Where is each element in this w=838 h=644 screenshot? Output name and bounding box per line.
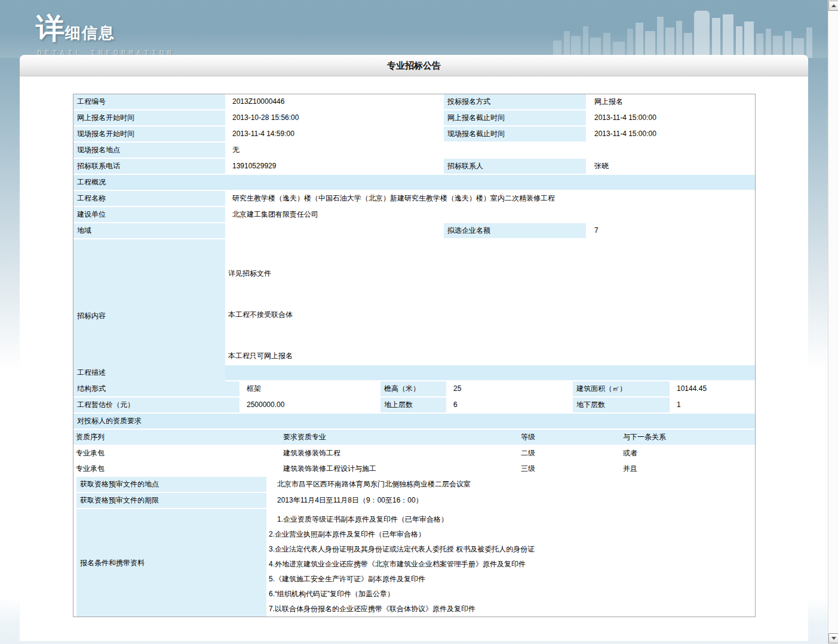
empty-cell: [444, 143, 586, 158]
qual-sequence: 专业承包: [73, 446, 281, 461]
scroll-down-button[interactable]: [828, 633, 838, 643]
label-contact-phone: 招标联系电话: [73, 159, 225, 174]
qualification-row: 专业承包 建筑装修装饰工程 二级 或者: [73, 446, 755, 461]
table-row: 获取资格预审文件的期限 2013年11月4日至11月8日（9：00至16：00）: [73, 493, 755, 508]
qual-specialty: 建筑装饰装修工程设计与施工: [281, 461, 518, 476]
label-floor-area: 建筑面积（㎡）: [573, 381, 670, 396]
col-header-grade: 等级: [518, 430, 621, 445]
label-structure-type: 结构形式: [73, 381, 240, 396]
material-item: 1.企业资质等级证书副本原件及复印件（已年审合格）: [269, 512, 755, 527]
value-region: [226, 223, 443, 238]
bid-content-line: 详见招标文件: [228, 269, 755, 279]
label-registration-materials: 报名条件和携带资料: [76, 509, 266, 617]
empty-cell: [587, 143, 755, 158]
qual-specialty: 建筑装修装饰工程: [281, 446, 518, 461]
section-header-overview: 工程概况: [73, 175, 755, 190]
material-item: 3.企业法定代表人身份证明及其身份证或法定代表人委托授 权书及被委托人的身份证: [269, 542, 755, 557]
table-row: 建设单位 北京建工集团有限责任公司: [73, 207, 755, 222]
table-row: 获取资格预审文件的地点 北京市昌平区西环南路体育局东门北侧独栋商业楼二层会议室: [73, 477, 755, 492]
table-row: 工程编号 2013Z10000446 投标报名方式 网上报名: [73, 94, 755, 109]
value-structure-type: 框架: [241, 381, 379, 396]
label-online-end: 网上报名截止时间: [444, 110, 586, 125]
value-builder: 北京建工集团有限责任公司: [226, 207, 755, 222]
detail-table: 工程编号 2013Z10000446 投标报名方式 网上报名 网上报名开始时间 …: [73, 94, 756, 617]
label-floors-above: 地上层数: [380, 398, 446, 412]
value-online-start: 2013-10-28 15:56:00: [226, 110, 443, 125]
section-header-qualification: 对投标人的资质要求: [73, 414, 755, 429]
content-panel: 专业招标公告 工程编号 2013Z10000446 投标报名方式 网上报名 网上…: [20, 55, 808, 641]
label-enterprise-quota: 拟选企业名额: [444, 223, 586, 238]
value-online-end: 2013-11-4 15:00:00: [587, 110, 755, 125]
page-title: 专业招标公告: [387, 60, 441, 70]
table-row: 网上报名开始时间 2013-10-28 15:56:00 网上报名截止时间 20…: [73, 110, 755, 125]
value-onsite-start: 2013-11-4 14:59:00: [226, 127, 443, 141]
value-onsite-place: 无: [226, 143, 443, 158]
label-project-name: 工程名称: [73, 191, 225, 206]
value-contact-phone: 13910529929: [226, 159, 443, 174]
chevron-down-icon: [831, 637, 836, 640]
bid-content-line: 本工程不接受联合体: [228, 310, 755, 320]
page-viewport: 详细信息 DETAIL INFORMATION: [0, 0, 828, 644]
label-bid-method: 投标报名方式: [444, 94, 586, 109]
table-row: 招标联系电话 13910529929 招标联系人 张晓: [73, 159, 755, 174]
material-item: 7.以联合体身份报名的企业还应携带《联合体协议》原件及复印件: [269, 602, 755, 617]
material-item: 2.企业营业执照副本原件及复印件（已年审合格）: [269, 527, 755, 542]
city-skyline-icon: [553, 0, 816, 58]
qual-grade: 二级: [518, 446, 621, 461]
value-contact-person: 张晓: [587, 159, 755, 174]
qualification-row: 专业承包 建筑装饰装修工程设计与施工 三级 并且: [73, 461, 755, 476]
material-item: 4.外地进京建筑业企业还应携带《北京市建筑业企业档案管理手册》原件及复印件: [269, 557, 755, 572]
label-prequalification-period: 获取资格预审文件的期限: [76, 493, 266, 508]
table-row: 现场报名地点 无: [73, 143, 755, 158]
label-contact-person: 招标联系人: [444, 159, 586, 174]
title-bar: 专业招标公告: [20, 55, 808, 76]
col-header-sequence: 资质序列: [73, 430, 281, 445]
value-floors-below: 1: [671, 398, 755, 412]
table-row: 地域 拟选企业名额 7: [73, 223, 755, 238]
site-logo: 详细信息 DETAIL INFORMATION: [36, 10, 174, 58]
value-registration-materials: 1.企业资质等级证书副本原件及复印件（已年审合格） 2.企业营业执照副本原件及复…: [268, 509, 755, 617]
logo-text-main: 详: [36, 13, 65, 44]
qualification-header-row: 资质序列 要求资质专业 等级 与下一条关系: [73, 430, 755, 445]
value-prequalification-place: 北京市昌平区西环南路体育局东门北侧独栋商业楼二层会议室: [268, 477, 755, 492]
bid-content-line: 本工程只可网上报名: [228, 351, 755, 361]
value-onsite-end: 2013-11-4 15:00:00: [587, 127, 755, 141]
value-estimated-price: 2500000.00: [241, 398, 379, 412]
logo-text-sub: 细信息: [65, 24, 115, 42]
value-floors-above: 6: [447, 398, 572, 412]
vertical-scrollbar[interactable]: [828, 0, 838, 644]
value-enterprise-quota: 7: [587, 223, 755, 238]
label-region: 地域: [73, 223, 225, 238]
value-eave-height: 25: [447, 381, 572, 396]
chevron-up-icon: [831, 4, 836, 7]
col-header-relation: 与下一条关系: [621, 430, 755, 445]
table-row: 现场报名开始时间 2013-11-4 14:59:00 现场报名截止时间 201…: [73, 127, 755, 141]
label-onsite-start: 现场报名开始时间: [73, 127, 225, 141]
label-builder: 建设单位: [73, 207, 225, 222]
scroll-up-button[interactable]: [828, 1, 838, 11]
label-onsite-place: 现场报名地点: [73, 143, 225, 158]
value-bid-content: 详见招标文件 本工程不接受联合体 本工程只可网上报名: [226, 239, 755, 392]
label-eave-height: 檐高（米）: [380, 381, 446, 396]
table-row: 工程名称 研究生教学楼（逸夫）楼（中国石油大学（北京）新建研究生教学楼（逸夫）楼…: [73, 191, 755, 206]
value-floor-area: 10144.45: [671, 381, 755, 396]
value-project-name: 研究生教学楼（逸夫）楼（中国石油大学（北京）新建研究生教学楼（逸夫）楼）室内二次…: [226, 191, 755, 206]
label-prequalification-place: 获取资格预审文件的地点: [76, 477, 266, 492]
table-row: 结构形式 框架 檐高（米） 25 建筑面积（㎡） 10144.45: [73, 381, 755, 396]
table-row: 报名条件和携带资料 1.企业资质等级证书副本原件及复印件（已年审合格） 2.企业…: [73, 509, 755, 617]
label-onsite-end: 现场报名截止时间: [444, 127, 586, 141]
label-estimated-price: 工程暂估价（元）: [73, 398, 240, 412]
label-online-start: 网上报名开始时间: [73, 110, 225, 125]
qual-grade: 三级: [518, 461, 621, 476]
material-item: 5.《建筑施工安全生产许可证》副本原件及复印件: [269, 572, 755, 587]
label-project-code: 工程编号: [73, 94, 225, 109]
qual-sequence: 专业承包: [73, 461, 281, 476]
label-floors-below: 地下层数: [573, 398, 670, 412]
qual-relation: 或者: [621, 446, 755, 461]
material-item: 6.“组织机构代码证”复印件（加盖公章）: [269, 587, 755, 602]
table-row: 工程暂估价（元） 2500000.00 地上层数 6 地下层数 1: [73, 398, 755, 412]
col-header-specialty: 要求资质专业: [281, 430, 518, 445]
page-banner: 详细信息 DETAIL INFORMATION: [0, 0, 828, 58]
value-prequalification-period: 2013年11月4日至11月8日（9：00至16：00）: [268, 493, 755, 508]
value-project-code: 2013Z10000446: [226, 94, 443, 109]
